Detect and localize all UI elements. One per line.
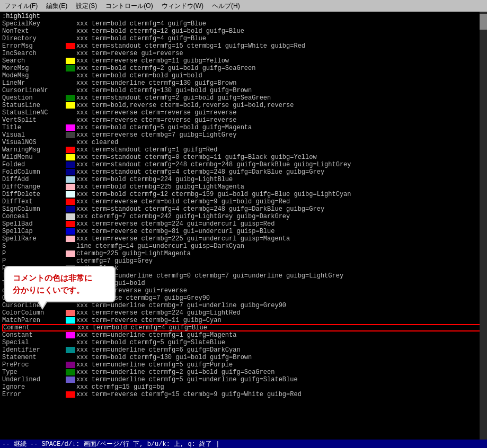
line-rest: xxx term=standout ctermfg=15 ctermbg=1 g… (76, 42, 305, 50)
terminal-line: Statementxxx term=bold ctermfg=130 gui=b… (2, 354, 485, 361)
line-name: Identifier (2, 346, 66, 354)
terminal: :highlight SpecialKeyxxx term=bold cterm… (0, 12, 487, 448)
line-name: Error (2, 391, 66, 398)
color-swatch (66, 236, 75, 242)
terminal-line: SpellCapxxx term=reverse ctermbg=81 gui=… (2, 228, 485, 235)
menu-window[interactable]: ウィンドウ(W) (160, 2, 206, 11)
line-rest: xxx term=underline ctermfg=1 guifg=Magen… (76, 331, 236, 339)
menu-help[interactable]: ヘルプ(H) (210, 2, 242, 11)
terminal-line: WildMenuxxx term=standout ctermfg=0 cter… (2, 154, 485, 161)
terminal-line: MatchParenxxx term=reverse ctermbg=11 gu… (2, 317, 485, 324)
color-swatch (66, 250, 75, 257)
line-name: Question (2, 94, 66, 102)
terminal-line: Searchxxx term=reverse ctermbg=11 guibg=… (2, 57, 485, 65)
color-swatch (66, 176, 75, 183)
line-rest: xxx term=bold ctermfg=2 gui=bold guifg=S… (76, 65, 255, 72)
line-name: Directory (2, 35, 66, 42)
terminal-line: SpellBadxxx term=reverse ctermbg=224 gui… (2, 220, 485, 228)
line-rest: xxx term=reverse ctermbg=11 guibg=Cyan (76, 317, 222, 324)
line-name: Constant (2, 331, 66, 339)
menu-settings[interactable]: 設定(S) (74, 2, 99, 11)
color-swatch (66, 391, 75, 398)
color-swatch (66, 317, 75, 324)
terminal-line: LineNrxxx term=underline ctermfg=130 gui… (2, 79, 485, 87)
terminal-line: Concealxxx ctermfg=7 ctermbg=242 guifg=L… (2, 213, 485, 220)
line-name: FoldColumn (2, 168, 66, 176)
color-swatch (66, 332, 75, 338)
line-name: S (2, 243, 66, 250)
terminal-line: Errorxxx term=reverse ctermfg=15 ctermbg… (2, 391, 485, 398)
color-swatch (66, 124, 75, 131)
line-name: CursorLineNr (2, 87, 66, 94)
terminal-line: DiffTextxxx term=reverse cterm=bold cter… (2, 198, 485, 205)
line-rest: xxx ctermfg=15 guifg=bg (76, 383, 164, 391)
line-rest: xxx term=reverse cterm=reverse gui=rever… (76, 109, 236, 117)
color-swatch (66, 221, 75, 227)
line-rest: xxx term=bold cterm=bold gui=bold (76, 72, 202, 79)
line-name: DiffDelete (2, 191, 66, 198)
terminal-line: VertSplitxxx term=reverse cterm=reverse … (2, 117, 485, 124)
scrollbar[interactable] (480, 12, 487, 440)
color-swatch (66, 58, 75, 64)
line-rest: xxx term=bold ctermfg=4 guifg=Blue (77, 324, 207, 331)
line-rest: xxx term=underline ctermfg=130 guifg=Bro… (76, 79, 236, 87)
terminal-line: DiffDeletexxx term=bold ctermfg=12 cterm… (2, 191, 485, 198)
line-rest: ctermbg=225 guibg=LightMagenta (76, 250, 191, 257)
line-rest: xxx term=bold ctermbg=225 guibg=LightMag… (76, 183, 244, 191)
menubar: ファイル(F) 編集(E) 設定(S) コントロール(O) ウィンドウ(W) ヘ… (0, 0, 487, 12)
terminal-line: Commentxxx term=bold ctermfg=4 guifg=Blu… (2, 324, 485, 331)
menu-edit[interactable]: 編集(E) (44, 2, 69, 11)
terminal-line: SpecialKeyxxx term=bold ctermfg=4 guifg=… (2, 20, 485, 28)
line-rest: xxx cleared (76, 139, 118, 146)
line-name: ErrorMsg (2, 42, 66, 50)
terminal-line: SignColumnxxx term=standout ctermfg=4 ct… (2, 205, 485, 213)
line-name: SignColumn (2, 205, 66, 213)
line-rest: xxx term=underline ctermfg=5 guifg=Purpl… (76, 361, 233, 369)
terminal-line: StatusLinexxx term=bold,reverse cterm=bo… (2, 102, 485, 109)
line-name: IncSearch (2, 50, 66, 57)
line-rest: xxx term=standout ctermfg=248 ctermbg=24… (76, 161, 351, 168)
line-rest: xxx term=reverse ctermbg=7 guibg=LightGr… (76, 131, 236, 139)
line-rest: xxx term=underline ctermbg=7 gui=underli… (76, 302, 286, 309)
line-rest: xxx term=bold ctermfg=130 gui=bold guifg… (76, 87, 252, 94)
line-name: Special (2, 339, 66, 346)
terminal-line: Pctermbg=225 guibg=LightMagenta (2, 250, 485, 257)
line-name: Title (2, 124, 66, 131)
color-swatch (66, 95, 75, 101)
line-rest: xxx term=bold,reverse cterm=bold,reverse… (76, 102, 294, 109)
line-name: WarningMsg (2, 146, 66, 154)
line-name: DiffChange (2, 183, 66, 191)
line-rest: xxx term=bold ctermbg=224 guibg=LightBlu… (76, 176, 233, 183)
line-rest: xxx term=underline ctermfg=6 guifg=DarkC… (76, 346, 241, 354)
highlight-title: :highlight (2, 13, 40, 20)
color-swatch (66, 169, 75, 175)
line-name: CursorLine (2, 302, 66, 309)
color-swatch (66, 362, 75, 368)
line-rest: xxx term=reverse cterm=reverse gui=rever… (76, 117, 236, 124)
terminal-line: IncSearchxxx term=reverse gui=reverse (2, 50, 485, 57)
line-name: ModeMsg (2, 72, 66, 79)
menu-file[interactable]: ファイル(F) (2, 2, 40, 11)
scrollbar-thumb[interactable] (480, 14, 487, 30)
color-swatch (66, 191, 75, 198)
color-swatch (66, 369, 75, 375)
line-rest: xxx term=reverse ctermfg=15 ctermbg=9 gu… (76, 391, 302, 398)
line-rest: xxx term=reverse ctermbg=81 gui=undercur… (76, 228, 275, 235)
terminal-line: FoldColumnxxx term=standout ctermfg=4 ct… (2, 168, 485, 176)
statusbar: -- 継続 -- SPACE/d/↓: 画面/ページ/行 下, b/u/k: 上… (0, 440, 487, 448)
terminal-line: Directoryxxx term=bold ctermfg=4 guifg=B… (2, 35, 485, 42)
line-name: Conceal (2, 213, 66, 220)
line-name: WildMenu (2, 154, 66, 161)
terminal-line: ColorColumnxxx term=reverse ctermbg=224 … (2, 309, 485, 317)
color-swatch (66, 147, 75, 153)
menu-control[interactable]: コントロール(O) (103, 2, 155, 11)
lines-container: SpecialKeyxxx term=bold ctermfg=4 guifg=… (2, 20, 485, 398)
terminal-line: Foldedxxx term=standout ctermfg=248 cter… (2, 161, 485, 168)
line-rest: xxx term=reverse ctermbg=224 gui=undercu… (76, 220, 275, 228)
line-rest: xxx term=reverse ctermbg=224 guibg=Light… (76, 309, 241, 317)
line-name: SpecialKey (2, 20, 66, 28)
line-name: StatusLine (2, 102, 66, 109)
highlight-title-line: :highlight (2, 13, 485, 20)
color-swatch (66, 347, 75, 353)
terminal-line: ErrorMsgxxx term=standout ctermfg=15 cte… (2, 42, 485, 50)
